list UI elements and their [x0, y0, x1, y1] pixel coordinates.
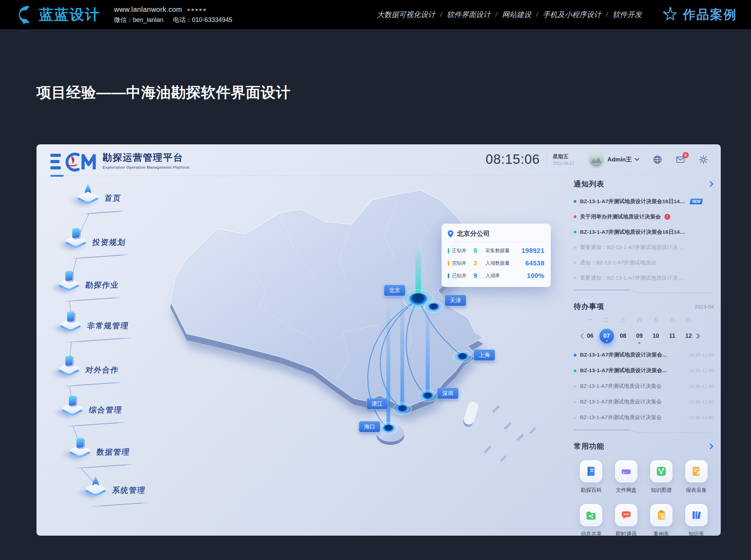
notification-item[interactable]: 重要通知：BZ-13-1-A7井测试地质设计决策会16日14...	[574, 270, 714, 286]
beijing-branch-popup: 北京分公司 正钻井 8 采集数据量 198921 完钻井 3 入湖数据量 645…	[442, 224, 551, 287]
city-label-haikou[interactable]: 海口	[359, 421, 380, 433]
mail-icon[interactable]: 6	[676, 155, 685, 165]
city-label-zhanjiang[interactable]: 湛江	[366, 398, 388, 410]
notification-item[interactable]: BZ-13-1-A7井测试地质设计决策会16日14点开始 NEW	[574, 194, 714, 209]
calendar-day[interactable]: 10	[648, 328, 664, 344]
notification-item[interactable]: 关于用举办井测试地质设计决策会 !	[574, 209, 714, 224]
avatar[interactable]	[589, 153, 603, 167]
username[interactable]: Admin王	[607, 155, 632, 163]
mail-badge: 6	[683, 152, 689, 158]
notifications-title: 通知列表	[574, 179, 604, 189]
city-label-shanghai[interactable]: 上海	[474, 350, 495, 361]
nav-item-mobile[interactable]: 手机及小程序设计	[543, 10, 601, 19]
rocket-platform-icon	[81, 478, 111, 501]
sidebar-item-investment-planning[interactable]: 投资规划	[61, 230, 126, 253]
wechat-label: 微信：ben_lanlan	[114, 16, 163, 24]
calendar-day[interactable]: 08	[615, 328, 631, 344]
notification-dot	[574, 200, 576, 203]
book-icon	[585, 465, 597, 477]
calendar-date-row: 06 07 08 09 10 11 12	[582, 328, 697, 344]
calendar-day[interactable]: 06	[582, 328, 598, 344]
right-panel: 通知列表 BZ-13-1-A7井测试地质设计决策会16日14点开始 NEW 关于…	[574, 179, 714, 536]
popup-stat-row: 完钻井 3 入湖数据量 64538	[448, 259, 544, 267]
calendar-next-icon[interactable]	[696, 334, 700, 339]
todo-item[interactable]: BZ-13-1-A7井测试地质设计决策会 10:30-12:00	[574, 394, 714, 410]
site-url[interactable]: www.lanlanwork.com	[114, 6, 182, 14]
gear-icon[interactable]	[698, 155, 708, 165]
map-marker-tianjin[interactable]	[424, 301, 443, 313]
popup-stat-row: 正钻井 8 采集数据量 198921	[448, 247, 544, 255]
platform-icon	[54, 357, 84, 380]
folder-share-icon	[585, 509, 597, 521]
sidebar-item-data-mgmt[interactable]: 数据管理	[65, 439, 130, 462]
sidebar-item-system-mgmt[interactable]: 系统管理	[81, 478, 145, 501]
function-knowledge-base[interactable]: 知识库	[679, 504, 714, 536]
alert-icon: !	[664, 214, 670, 220]
function-exploration-wiki[interactable]: 勘探百科	[574, 460, 609, 494]
notification-dot	[574, 246, 576, 249]
city-label-tianjin[interactable]: 天津	[445, 295, 466, 306]
notification-item[interactable]: BZ-13-1-A7井测试地质设计决策会16日14点开始！	[574, 224, 714, 240]
todo-item[interactable]: BZ-13-1-A7井测试地质设计决策会 10:30-12:00	[574, 410, 714, 425]
map-marker-shanghai[interactable]	[453, 351, 472, 362]
todo-item[interactable]: BZ-13-1-A7井测试地质设计决策会... 10:30-12:00	[574, 347, 714, 363]
todo-item[interactable]: BZ-13-1-A7井测试地质设计决策会... 10:30-12:00	[574, 363, 714, 378]
notification-item[interactable]: 通知：BZ-13-1-A7井测试地质设	[574, 255, 714, 270]
notification-dot	[574, 215, 576, 218]
sidebar-item-comprehensive-mgmt[interactable]: 综合管理	[57, 397, 122, 420]
new-badge: NEW	[689, 199, 703, 205]
chevron-down-icon[interactable]	[635, 158, 639, 161]
nav-item-bigdata[interactable]: 大数据可视化设计	[377, 10, 435, 19]
chat-icon	[620, 509, 632, 521]
sidebar-item-external-cooperation[interactable]: 对外合作	[54, 357, 119, 380]
portfolio-link[interactable]: 作品案例	[663, 6, 737, 23]
function-case-library[interactable]: 案例库	[644, 504, 679, 536]
notification-item[interactable]: 重要通知：BZ-13-1-A7井测试地质设计决策会16日14...	[574, 240, 714, 255]
chevron-right-icon[interactable]	[710, 181, 714, 187]
function-info-sharing[interactable]: 信息共享	[574, 504, 609, 536]
nav-item-dev[interactable]: 软件开发	[613, 10, 642, 19]
calendar-day[interactable]: 11	[664, 328, 680, 344]
city-label-beijing[interactable]: 北京	[384, 285, 405, 296]
brand[interactable]: 蓝蓝设计	[14, 5, 100, 25]
function-instant-messaging[interactable]: 即时通讯	[609, 504, 644, 536]
platform-icon	[57, 397, 87, 420]
sidebar-item-home[interactable]: 首页	[73, 185, 121, 208]
todo-list: BZ-13-1-A7井测试地质设计决策会... 10:30-12:00 BZ-1…	[574, 347, 714, 425]
functions-title: 常用功能	[574, 441, 604, 451]
header-divider	[65, 176, 707, 176]
function-knowledge-graph[interactable]: 知识图谱	[644, 460, 679, 494]
map-marker-haikou[interactable]	[379, 422, 398, 434]
sidebar-item-unconventional-mgmt[interactable]: 非常规管理	[56, 313, 129, 336]
calendar-day-selected[interactable]: 07	[598, 328, 615, 344]
nav-item-software-ui[interactable]: 软件界面设计	[447, 10, 491, 19]
phone-label: 电话：010-63334945	[173, 16, 232, 24]
function-file-drive[interactable]: 文件网盘	[609, 460, 644, 494]
lanlan-logo-icon	[14, 5, 34, 25]
contact-block: www.lanlanwork.com ▶▶▶▶▶ 微信：ben_lanlan 电…	[114, 6, 232, 24]
top-nav: 大数据可视化设计 / 软件界面设计 / 网站建设 / 手机及小程序设计 / 软件…	[377, 10, 642, 19]
chevron-right-icon[interactable]	[710, 443, 714, 449]
map-marker-shenzhen[interactable]	[418, 390, 437, 402]
globe-icon[interactable]	[653, 155, 662, 165]
calendar-day[interactable]: 12	[680, 328, 697, 344]
calendar-day[interactable]: 09	[631, 328, 647, 344]
todo-item[interactable]: BZ-13-1-A7井测试地质设计决策会 10:30-12:00	[574, 378, 714, 394]
brand-name: 蓝蓝设计	[39, 5, 100, 24]
platform-icon	[56, 313, 86, 336]
popup-stat-row: 已钻井 9 入湖率 100%	[448, 272, 544, 280]
function-grid: 勘探百科 文件网盘	[574, 460, 714, 536]
drive-icon	[620, 465, 632, 477]
todo-dot	[574, 401, 576, 403]
portfolio-label: 作品案例	[683, 6, 737, 23]
location-pin-icon	[448, 230, 453, 238]
platform-icon	[61, 230, 91, 253]
zhanjiang-beam	[401, 294, 404, 409]
platform-icon	[54, 272, 84, 295]
sidebar-item-exploration-operations[interactable]: 勘探作业	[54, 272, 119, 295]
function-report-collection[interactable]: 报表采集	[679, 460, 714, 494]
map-marker-zhanjiang[interactable]	[393, 403, 412, 415]
shenzhen-beam	[426, 302, 430, 396]
nav-item-website[interactable]: 网站建设	[502, 10, 531, 19]
city-label-shenzhen[interactable]: 深圳	[437, 388, 459, 399]
